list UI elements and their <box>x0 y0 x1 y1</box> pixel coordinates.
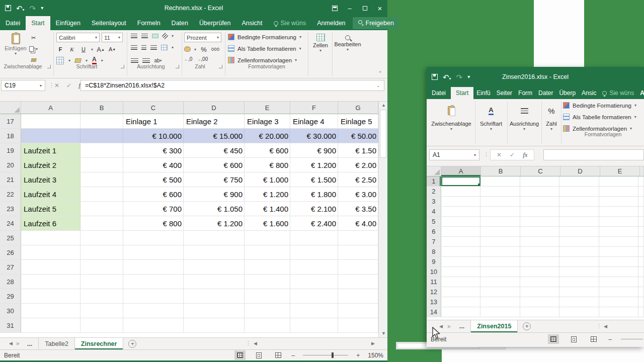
cell[interactable] <box>638 297 644 307</box>
cell[interactable]: € 1.200 <box>290 158 338 172</box>
align-center-icon[interactable] <box>141 45 146 50</box>
column-header[interactable]: E <box>600 166 640 176</box>
conditional-formatting-button[interactable]: Bedingte Formatierung▾ <box>563 102 636 109</box>
column-header[interactable]: B <box>481 166 521 176</box>
row-header[interactable]: 2 <box>427 187 441 196</box>
cell[interactable]: € 500 <box>123 172 184 187</box>
format-as-table-button[interactable]: Als Tabelle formatieren▾ <box>563 114 636 120</box>
cell[interactable] <box>441 227 480 236</box>
cell[interactable] <box>520 176 559 186</box>
tab-formeln[interactable]: Formeln <box>132 16 166 30</box>
row-header[interactable]: 26 <box>0 245 21 259</box>
cell[interactable] <box>638 227 644 236</box>
row-header[interactable]: 3 <box>427 197 441 206</box>
cell[interactable] <box>559 297 599 307</box>
row-header[interactable]: 1 <box>427 176 441 186</box>
format-as-table-button[interactable]: Als Tabelle formatieren▾ <box>228 45 301 52</box>
italic-button[interactable]: K <box>68 45 76 54</box>
name-box[interactable]: C19▾ <box>1 80 45 91</box>
cell[interactable] <box>480 257 520 266</box>
alignment-dialog-launcher-icon[interactable] <box>176 65 179 68</box>
tab-start[interactable]: Start <box>26 16 50 30</box>
cell[interactable]: € 1.050 <box>184 202 245 216</box>
cell[interactable] <box>638 176 644 186</box>
cell[interactable]: € 4.00 <box>338 216 378 230</box>
share-button[interactable]: Freigeben <box>353 17 398 29</box>
cell[interactable]: € 900 <box>184 187 245 201</box>
cell[interactable] <box>21 129 80 143</box>
insert-function-icon[interactable]: fx <box>523 151 527 159</box>
select-all-corner[interactable] <box>427 166 441 176</box>
hscroll-left-icon[interactable]: ◀ <box>604 324 607 329</box>
row-header[interactable]: 12 <box>427 287 441 297</box>
row-header[interactable]: 6 <box>427 227 441 236</box>
cell[interactable] <box>441 287 480 297</box>
cell[interactable]: € 600 <box>123 187 184 201</box>
cell[interactable] <box>638 187 644 196</box>
tab-ueberpruefen[interactable]: Überp <box>556 87 579 99</box>
cell[interactable]: € 900 <box>290 143 338 157</box>
cell[interactable] <box>599 237 638 246</box>
percent-style-button[interactable]: % <box>200 45 208 54</box>
zoom-slider[interactable] <box>621 339 643 339</box>
row-header[interactable]: 22 <box>0 187 21 201</box>
cell[interactable] <box>80 275 123 289</box>
zoom-level[interactable]: 150% <box>368 352 383 359</box>
tab-datei[interactable]: Datei <box>427 87 451 99</box>
customize-qat-icon[interactable]: ▾ <box>41 6 43 11</box>
close-icon[interactable]: × <box>372 0 387 16</box>
page-break-view-icon[interactable] <box>273 350 284 360</box>
cell[interactable] <box>123 318 184 332</box>
cell[interactable] <box>338 231 378 245</box>
cell[interactable] <box>559 257 599 266</box>
tab-seitenlayout[interactable]: Seitenlayout <box>86 16 132 30</box>
cell[interactable] <box>123 289 184 303</box>
sheet-prev-icon[interactable]: ◀ <box>9 341 13 346</box>
cell[interactable] <box>441 247 480 256</box>
align-bottom-icon[interactable] <box>152 34 158 38</box>
cell[interactable] <box>441 297 480 307</box>
add-sheet-icon[interactable]: + <box>128 340 136 348</box>
cell[interactable] <box>520 307 559 317</box>
cell[interactable] <box>520 287 559 297</box>
cell[interactable] <box>338 260 378 274</box>
cell[interactable] <box>480 287 520 297</box>
cell[interactable] <box>599 197 638 206</box>
row-header[interactable]: 25 <box>0 231 21 245</box>
tab-datei[interactable]: Datei <box>0 16 26 30</box>
tab-einfuegen[interactable]: Einfügen <box>50 16 86 30</box>
cell[interactable] <box>599 257 638 266</box>
row-header[interactable]: 19 <box>0 143 21 157</box>
cell[interactable] <box>599 207 638 216</box>
cell[interactable] <box>123 260 184 274</box>
cell[interactable] <box>520 197 559 206</box>
sheet-tab-zinsen2015[interactable]: Zinsen2015 <box>470 320 518 332</box>
cell[interactable] <box>480 207 520 216</box>
cell[interactable] <box>441 176 480 186</box>
cell[interactable] <box>245 245 290 259</box>
formula-input[interactable] <box>543 149 644 160</box>
column-header[interactable]: F <box>290 102 338 114</box>
select-all-corner[interactable] <box>0 102 21 114</box>
cell[interactable]: Laufzeit 5 <box>21 202 80 216</box>
cell[interactable] <box>638 247 644 256</box>
cell[interactable]: € 3.00 <box>338 187 378 201</box>
row-header[interactable]: 4 <box>427 207 441 216</box>
cell[interactable] <box>21 318 80 332</box>
cell[interactable] <box>338 275 378 289</box>
cell[interactable] <box>338 245 378 259</box>
cell[interactable] <box>480 247 520 256</box>
cell[interactable] <box>559 237 599 246</box>
cell[interactable] <box>638 197 644 206</box>
cell[interactable] <box>80 143 123 157</box>
increase-font-icon[interactable]: A▲ <box>97 45 105 54</box>
cell[interactable] <box>599 227 638 236</box>
underline-dropdown-icon[interactable]: ▾ <box>91 47 93 52</box>
tab-ansicht[interactable]: Ansicht <box>236 16 268 30</box>
cell[interactable] <box>480 197 520 206</box>
cell[interactable] <box>441 187 480 196</box>
cell-styles-button[interactable]: Zellenformatvorlagen▾ <box>228 57 297 63</box>
cell[interactable] <box>21 275 80 289</box>
row-header[interactable]: 24 <box>0 216 21 230</box>
row-header[interactable]: 23 <box>0 202 21 216</box>
